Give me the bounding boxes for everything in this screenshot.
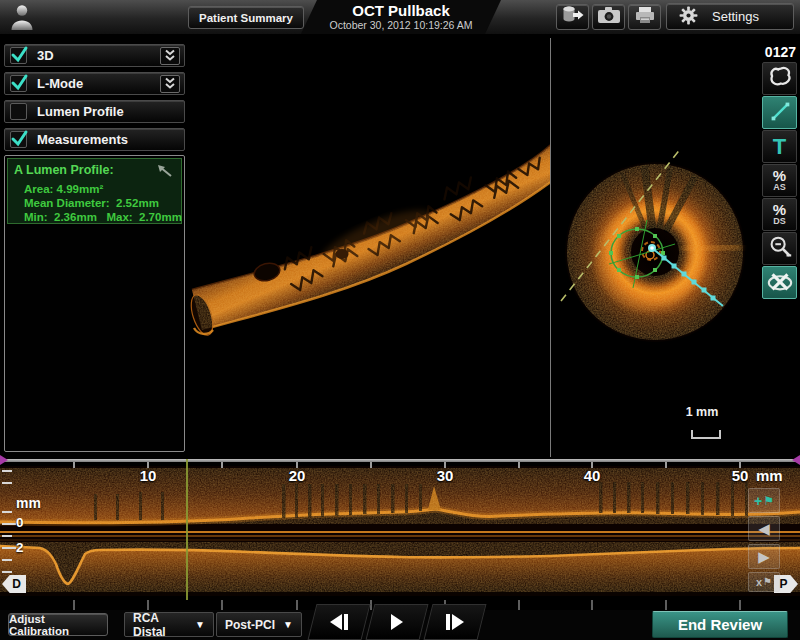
step-forward-icon [452,614,464,630]
percent-area-stenosis-button[interactable]: % AS [762,164,797,197]
top-bar: Patient Summary OCT Pullback October 30,… [0,0,800,34]
trace-icon [766,63,794,95]
flag-icon: ⚑ [763,577,772,587]
length-measure-icon [766,97,794,129]
print-button[interactable] [628,4,661,30]
toggle-lumen-profile-label: Lumen Profile [37,104,184,119]
step-forward-button[interactable] [424,604,487,640]
acquisition-timestamp: October 30, 2012 10:19:26 AM [329,19,472,31]
lmode-longitudinal-view[interactable]: 10 20 30 40 50 mm mm 0 2 D P + ⚑ ◀ ▶ x ⚑ [0,455,800,600]
adjust-calibration-button[interactable]: Adjust Calibration [8,613,108,636]
percent-diameter-stenosis-button[interactable]: % DS [762,198,797,231]
play-icon [391,614,403,630]
dropdown-arrow-icon: ▼ [195,619,205,630]
study-stage-dropdown[interactable]: Post-PCI ▼ [216,612,302,637]
zoom-out-icon [766,233,794,265]
toggle-3d-label: 3D [37,48,160,63]
pullback-segment-value: RCA Distal [133,611,187,639]
ruler-start-marker [0,455,8,465]
frame-position-cursor[interactable] [186,459,188,600]
checkbox-measurements[interactable] [10,131,27,148]
step-back-icon [330,614,342,630]
expand-3d-options-icon[interactable] [160,47,180,65]
settings-button[interactable]: Settings [666,3,794,30]
gear-icon [679,6,698,28]
add-bookmark-button[interactable]: + ⚑ [748,488,780,513]
checkbox-lumen-profile[interactable] [10,103,27,120]
flag-icon: ⚑ [763,495,774,507]
toggle-measurements[interactable]: Measurements [4,128,185,151]
checkbox-lmode[interactable] [10,75,27,92]
measurement-toolbar: T % AS % DS [762,62,797,300]
vessel-3d-art [186,38,550,458]
snapshot-button[interactable] [592,4,625,30]
lumen-profile-title: A Lumen Profile: [14,163,114,177]
zoom-out-button[interactable] [762,232,797,265]
measurement-pointer-icon [157,164,173,182]
settings-label: Settings [712,9,759,24]
toggle-lmode-label: L-Mode [37,76,160,91]
depth-label-2: 2 [16,540,24,555]
export-database-icon [561,5,585,29]
export-button[interactable] [556,4,589,30]
depth-label-0: 0 [16,515,24,530]
pullback-segment-dropdown[interactable]: RCA Distal ▼ [124,612,214,637]
frame-number: 0127 [765,44,796,60]
percent-ds-icon: % [773,203,786,216]
step-back-button[interactable] [308,604,371,640]
length-tool-button[interactable] [762,96,797,129]
lumen-mean-diameter-value: Mean Diameter: 2.52mm [24,197,159,209]
text-annotation-tool-button[interactable]: T [762,130,797,163]
next-bookmark-button[interactable]: ▶ [748,544,780,569]
previous-icon: ◀ [758,521,770,536]
printer-icon [634,6,656,29]
lumen-profile-measurement-item[interactable]: A Lumen Profile: Area: 4.99mm² Mean Diam… [7,158,182,224]
camera-icon [597,6,621,28]
remove-bookmark-button[interactable]: x ⚑ [748,572,780,592]
scale-bar-label: 1 mm [672,405,732,419]
study-stage-value: Post-PCI [225,618,275,632]
delete-measurements-button[interactable] [762,266,797,299]
toggle-lmode[interactable]: L-Mode [4,72,185,95]
toggle-3d[interactable]: 3D [4,44,185,67]
play-button[interactable] [366,604,429,640]
oct-review-screen: Patient Summary OCT Pullback October 30,… [0,0,800,640]
trace-tool-button[interactable] [762,62,797,95]
ruler-label-40: 40 [574,467,610,484]
ruler-label-10: 10 [130,467,166,484]
patient-summary-button[interactable]: Patient Summary [188,6,304,29]
title-block: OCT Pullback October 30, 2012 10:19:26 A… [301,0,501,34]
dropdown-arrow-icon: ▼ [283,619,293,630]
lumen-area-value: Area: 4.99mm² [24,183,103,195]
patient-avatar-icon[interactable] [8,3,36,32]
lmode-art [0,466,800,596]
percent-as-icon: % [773,169,786,182]
ruler-end-marker [792,455,800,465]
previous-bookmark-button[interactable]: ◀ [748,516,780,541]
ruler-label-20: 20 [279,467,315,484]
expand-lmode-options-icon[interactable] [160,75,180,93]
delete-measurement-icon [765,267,795,299]
x-icon: x [756,577,762,587]
ruler-unit-label: mm [756,467,783,484]
text-tool-icon: T [773,136,786,158]
plus-icon: + [754,495,762,507]
toggle-lumen-profile[interactable]: Lumen Profile [4,100,185,123]
next-icon: ▶ [758,549,770,564]
end-review-button[interactable]: End Review [652,611,788,638]
vessel-3d-render-view[interactable] [186,38,550,458]
lumen-min-max-value: Min: 2.36mm Max: 2.70mm [24,211,182,223]
cross-section-view[interactable]: 0127 1 mm T % AS % DS [551,38,800,458]
toggle-measurements-label: Measurements [37,132,184,147]
ruler-label-50: 50 [722,467,758,484]
measurements-list-panel: A Lumen Profile: Area: 4.99mm² Mean Diam… [4,155,185,452]
page-title: OCT Pullback [352,3,450,19]
pullback-ruler[interactable] [0,459,800,462]
depth-axis-unit: mm [16,495,41,511]
ruler-label-30: 30 [427,467,463,484]
control-bar: Adjust Calibration RCA Distal ▼ Post-PCI… [0,610,800,640]
checkbox-3d[interactable] [10,47,27,64]
scale-bar [691,430,721,439]
